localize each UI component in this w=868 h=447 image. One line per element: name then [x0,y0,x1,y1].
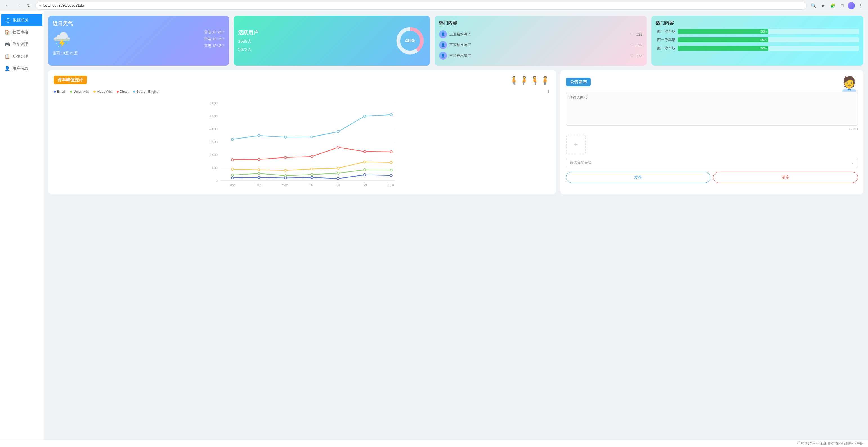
hot-avatar-0: 👤 [439,30,447,38]
svg-point-30 [364,115,366,117]
sidebar-item-users-label: 用户信息 [12,66,28,71]
reload-button[interactable]: ↻ [25,2,33,9]
svg-text:Sun: Sun [389,183,394,187]
weather-icon: ⛈️ [53,31,71,48]
hot-count-2: 123 [636,54,642,58]
svg-point-27 [284,136,286,138]
svg-text:2,000: 2,000 [210,127,218,131]
download-icon[interactable]: ⬇ [547,89,550,94]
svg-point-47 [258,172,260,175]
hot-content-card-1: 热门内容 👤 三区被水淹了 ♡ 123 👤 三区被水淹了 ♡ 123 👤 三区被… [435,16,647,66]
footer-text: CSDN @S-Bug征服者-实在不行删库-TOP队 [797,441,864,445]
bar-label-0: 西一停车场 [656,29,676,34]
legend-union: Union Ads [70,90,89,94]
svg-point-28 [311,136,313,138]
svg-text:Sat: Sat [363,183,367,187]
hot-content-card-2: 热门内容 西一停车场 50% 西一停车场 50% 西一停车场 50% [651,16,864,66]
announce-textarea[interactable] [566,92,858,126]
hot-text-1: 三区被水淹了 [449,42,628,47]
svg-text:2,500: 2,500 [210,114,218,118]
forward-button[interactable]: → [14,2,22,9]
svg-point-44 [364,161,366,163]
svg-point-45 [390,161,392,164]
upload-box[interactable]: + [566,135,586,154]
weather-temp-0: 雷电 13°-21° [204,30,225,35]
bar-fill-0: 50% [678,29,768,34]
svg-point-26 [258,134,260,137]
bar-track-2: 50% [678,46,859,51]
legend-direct: Direct [117,90,129,94]
browser-chrome: ← → ↻ ● localhost:8080/baseState 🔍 ★ 🧩 □… [0,0,868,11]
sidebar-item-dashboard-label: 数据总览 [13,18,29,23]
weather-card: 近日天气 ⛈️ 雷电 13°-21° 雷电 13°-21° 雷电 13°-21°… [48,16,229,66]
legend-label-email: Email [57,90,66,94]
legend-label-union: Union Ads [73,90,89,94]
profile-avatar[interactable] [848,2,855,9]
feedback-icon: 📋 [4,54,10,59]
svg-text:Mon: Mon [229,183,235,187]
clear-button[interactable]: 清空 [713,172,858,183]
menu-icon[interactable]: ⋮ [857,2,865,9]
svg-point-48 [284,175,286,177]
svg-text:Fri: Fri [336,183,340,187]
active-users-count2: 5672人 [238,47,258,52]
legend-dot-direct [117,91,119,93]
bar-label-1: 西一停车场 [656,37,676,42]
chart-section: 停车峰值统计 🧍🧍🧍🧍 Email Union Ads [48,70,556,194]
priority-select[interactable]: 请选择优先级 ⌄ [566,158,858,168]
sidebar-item-community[interactable]: 🏠 社区审核 [0,26,43,38]
svg-text:1,000: 1,000 [210,153,218,157]
parking-icon: 🎮 [4,42,10,47]
chart-area: 3,000 2,500 2,000 1,500 1,000 500 0 Mon … [54,98,550,188]
legend-label-search: Search Engine [136,90,159,94]
sidebar-item-users[interactable]: 👤 用户信息 [0,62,43,74]
svg-point-34 [284,156,286,159]
sidebar-item-parking-label: 停车管理 [12,42,28,47]
svg-text:Wed: Wed [282,183,288,187]
sidebar-item-dashboard[interactable]: ◯ 数据总览 [1,14,42,26]
svg-point-51 [364,169,366,171]
svg-point-39 [231,168,234,170]
legend-dot-search [133,91,135,93]
announce-buttons: 发布 清空 [566,172,858,183]
bar-label-2: 西一停车场 [656,46,676,51]
split-view-icon[interactable]: □ [838,2,846,9]
svg-point-32 [231,159,234,161]
svg-point-56 [311,176,313,178]
publish-button[interactable]: 发布 [566,172,711,183]
svg-text:3,000: 3,000 [210,102,218,105]
chart-legend: Email Union Ads Video Ads Direct [54,89,550,94]
back-button[interactable]: ← [3,2,11,9]
bookmark-icon[interactable]: ★ [819,2,827,9]
bar-fill-1: 50% [678,37,768,42]
plus-icon: + [574,141,578,148]
svg-point-25 [231,138,234,141]
sidebar-item-feedback[interactable]: 📋 反馈处理 [0,50,43,62]
svg-text:Thu: Thu [309,183,314,187]
weather-bottom: 雷雨 13度-21度 [53,50,225,56]
svg-point-35 [311,156,313,158]
svg-point-58 [364,174,366,176]
hot-count-0: 123 [636,32,642,37]
weather-temps: 雷电 13°-21° 雷电 13°-21° 雷电 13°-21° [204,30,225,48]
legend-label-direct: Direct [120,90,129,94]
legend-search: Search Engine [133,90,159,94]
svg-point-40 [258,169,260,171]
bar-item-0: 西一停车场 50% [656,29,859,34]
hot-item-1: 👤 三区被水淹了 ♡ 123 [439,40,642,50]
svg-text:0: 0 [216,179,218,182]
url-bar[interactable]: ● localhost:8080/baseState [35,2,807,9]
svg-point-33 [258,158,260,161]
active-users-card: 活跃用户 1689人 5672人 40% [234,16,430,66]
community-icon: 🏠 [4,30,10,35]
legend-dot-video [93,91,96,93]
hot-avatar-2: 👤 [439,52,447,60]
extensions-icon[interactable]: 🧩 [829,2,836,9]
bottom-section: 停车峰值统计 🧍🧍🧍🧍 Email Union Ads [48,70,864,194]
search-icon[interactable]: 🔍 [809,2,817,9]
svg-text:1,500: 1,500 [210,140,218,144]
sidebar-item-parking[interactable]: 🎮 停车管理 [0,38,43,50]
svg-point-29 [337,131,339,133]
hot-item-0: 👤 三区被水淹了 ♡ 123 [439,29,642,40]
chevron-down-icon: ⌄ [851,161,854,165]
